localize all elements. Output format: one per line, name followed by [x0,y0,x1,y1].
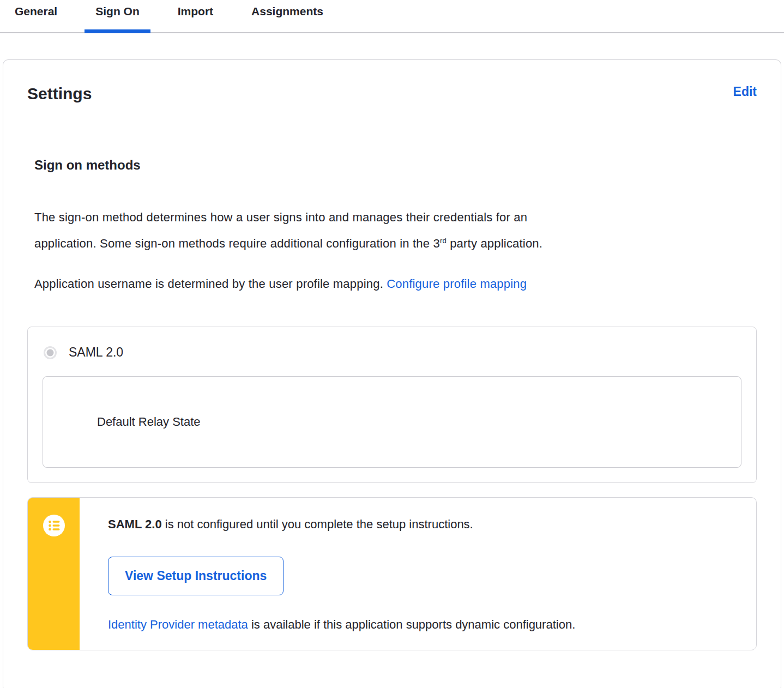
default-relay-state-box: Default Relay State [43,376,741,468]
metadata-rest-text: is available if this application support… [248,618,575,631]
tab-import[interactable]: Import [167,4,224,33]
description-line-2b: party application. [447,237,542,250]
sign-on-description: The sign-on method determines how a user… [34,204,757,257]
tab-assignments[interactable]: Assignments [240,4,334,33]
description-line-1: The sign-on method determines how a user… [34,210,527,224]
saml-radio-label: SAML 2.0 [69,345,123,360]
callout-warning-stripe [28,498,80,650]
tab-bar: General Sign On Import Assignments [0,0,784,33]
view-setup-instructions-button[interactable]: View Setup Instructions [108,557,284,595]
saml-radio-row: SAML 2.0 [44,345,741,360]
card-header: Settings Edit [27,85,757,103]
callout-message-bold: SAML 2.0 [108,517,162,531]
default-relay-state-label: Default Relay State [97,415,201,429]
saml-method-box: SAML 2.0 Default Relay State [27,327,757,483]
tab-general[interactable]: General [4,4,68,33]
settings-card: Settings Edit Sign on methods The sign-o… [3,59,781,688]
identity-provider-metadata-link[interactable]: Identity Provider metadata [108,618,248,631]
callout-message: SAML 2.0 is not configured until you com… [108,517,734,532]
setup-callout: SAML 2.0 is not configured until you com… [27,497,757,650]
radio-dot [47,349,54,356]
configure-profile-mapping-link[interactable]: Configure profile mapping [387,277,527,291]
tab-sign-on[interactable]: Sign On [85,4,150,33]
description-line-2a: application. Some sign-on methods requir… [34,237,440,250]
callout-metadata-line: Identity Provider metadata is available … [108,618,734,632]
saml-radio-button[interactable] [44,346,57,359]
list-icon [43,515,65,650]
page-title: Settings [27,85,92,103]
username-mapping-text: Application username is determined by th… [34,277,387,291]
ordinal-suffix: rd [440,237,447,245]
sign-on-methods-section: Sign on methods The sign-on method deter… [27,158,757,650]
username-mapping-description: Application username is determined by th… [34,271,757,297]
callout-message-rest: is not configured until you complete the… [162,517,473,531]
section-heading: Sign on methods [34,158,757,173]
edit-button[interactable]: Edit [733,85,757,99]
callout-body: SAML 2.0 is not configured until you com… [80,498,756,650]
